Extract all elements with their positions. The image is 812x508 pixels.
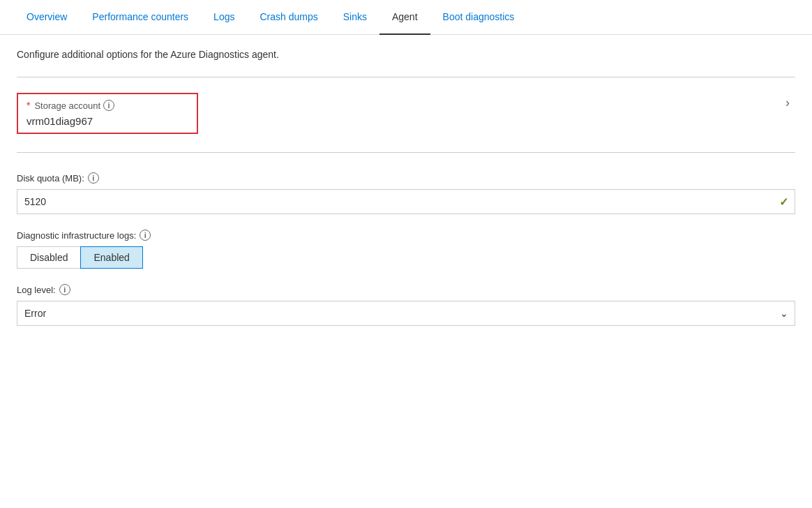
divider-top	[17, 77, 795, 77]
disk-quota-label-row: Disk quota (MB): i	[17, 172, 795, 184]
disk-quota-field: Disk quota (MB): i ✓	[17, 172, 795, 214]
storage-account-chevron-icon[interactable]: ›	[780, 93, 795, 113]
required-star: *	[27, 100, 30, 111]
storage-account-section: * Storage account i vrm01diag967 ›	[17, 86, 795, 144]
storage-account-info-icon[interactable]: i	[103, 100, 114, 111]
page-description: Configure additional options for the Azu…	[17, 49, 795, 60]
log-level-field: Log level: i Error Warning Information V…	[17, 284, 795, 326]
storage-account-left: * Storage account i vrm01diag967	[17, 93, 780, 137]
tab-sinks[interactable]: Sinks	[331, 0, 379, 35]
disk-quota-input-wrapper: ✓	[17, 189, 795, 214]
storage-account-box[interactable]: * Storage account i vrm01diag967	[17, 93, 198, 134]
storage-account-value: vrm01diag967	[27, 115, 188, 127]
log-level-select-wrapper: Error Warning Information Verbose Critic…	[17, 301, 795, 326]
diagnostic-logs-disabled-btn[interactable]: Disabled	[17, 246, 80, 269]
disk-quota-info-icon[interactable]: i	[88, 172, 99, 184]
log-level-label-row: Log level: i	[17, 284, 795, 295]
tab-overview[interactable]: Overview	[14, 0, 80, 35]
tab-crash-dumps[interactable]: Crash dumps	[247, 0, 330, 35]
form-section: Disk quota (MB): i ✓ Diagnostic infrastr…	[17, 172, 795, 326]
log-level-label: Log level:	[17, 285, 56, 295]
disk-quota-label: Disk quota (MB):	[17, 173, 84, 184]
diagnostic-logs-enabled-btn[interactable]: Enabled	[80, 246, 142, 269]
tab-logs[interactable]: Logs	[201, 0, 247, 35]
disk-quota-input[interactable]	[17, 189, 795, 214]
tab-boot-diagnostics[interactable]: Boot diagnostics	[430, 0, 527, 35]
tab-agent[interactable]: Agent	[379, 0, 430, 35]
diagnostic-logs-info-icon[interactable]: i	[140, 230, 151, 241]
diagnostic-logs-toggle-group: Disabled Enabled	[17, 246, 795, 269]
storage-label-row: * Storage account i	[27, 100, 188, 111]
diagnostic-logs-label: Diagnostic infrastructure logs:	[17, 230, 136, 241]
tab-performance-counters[interactable]: Performance counters	[80, 0, 201, 35]
log-level-info-icon[interactable]: i	[59, 284, 70, 295]
storage-account-label: Storage account	[34, 100, 100, 111]
disk-quota-check-icon: ✓	[779, 195, 788, 209]
divider-mid	[17, 152, 795, 153]
diagnostic-logs-field: Diagnostic infrastructure logs: i Disabl…	[17, 230, 795, 269]
tab-bar: Overview Performance counters Logs Crash…	[0, 0, 812, 35]
diagnostic-logs-label-row: Diagnostic infrastructure logs: i	[17, 230, 795, 241]
log-level-select[interactable]: Error Warning Information Verbose Critic…	[17, 301, 795, 326]
main-content: Configure additional options for the Azu…	[0, 35, 812, 355]
